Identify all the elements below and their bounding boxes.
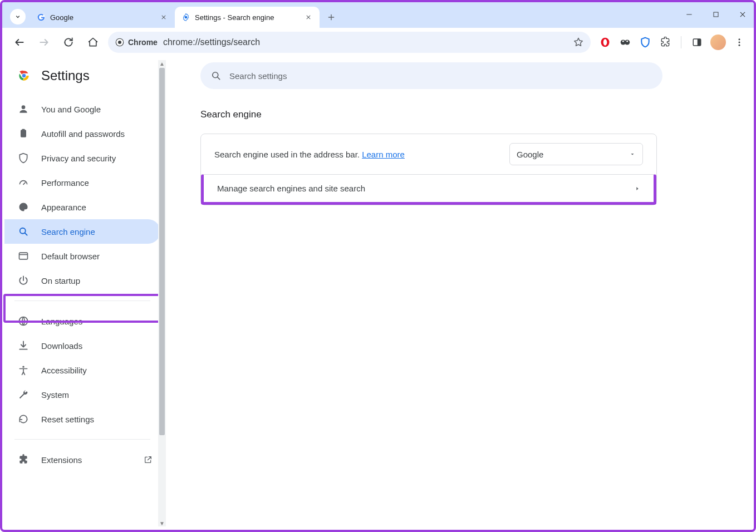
gear-favicon-icon <box>181 13 190 22</box>
chrome-logo-icon <box>17 68 31 83</box>
side-panel-button[interactable] <box>690 36 704 49</box>
extensions-button[interactable] <box>659 36 672 49</box>
site-chip-label: Chrome <box>128 38 158 47</box>
sidebar-divider <box>14 301 150 301</box>
sidebar-item-label: Extensions <box>41 455 82 465</box>
new-tab-button[interactable] <box>323 9 340 26</box>
window-maximize-button[interactable] <box>708 7 724 22</box>
search-settings-field[interactable] <box>200 62 662 89</box>
svg-rect-12 <box>698 39 701 46</box>
chrome-menu-button[interactable] <box>733 36 746 49</box>
close-icon <box>306 14 311 20</box>
section-title: Search engine <box>200 109 743 120</box>
sidebar-item-label: Accessibility <box>41 366 87 375</box>
sidebar-item-label: System <box>41 390 69 400</box>
extension-opera-icon[interactable] <box>598 36 612 49</box>
address-bar[interactable]: Chrome chrome://settings/search <box>108 32 591 53</box>
scroll-down-icon: ▼ <box>158 520 166 526</box>
svg-point-4 <box>118 41 121 44</box>
plus-icon <box>327 13 335 21</box>
sidebar-item-autofill[interactable]: Autofill and passwords <box>4 121 160 146</box>
svg-point-14 <box>739 41 740 43</box>
extension-eyes-icon[interactable] <box>618 36 632 49</box>
wrench-icon <box>18 389 29 400</box>
sidebar-item-label: Languages <box>41 317 82 326</box>
sidebar-item-on-startup[interactable]: On startup <box>4 268 160 293</box>
external-link-icon <box>144 455 153 464</box>
svg-rect-21 <box>22 129 25 131</box>
home-button[interactable] <box>84 33 102 52</box>
minimize-icon <box>685 11 693 18</box>
sidebar-item-accessibility[interactable]: Accessibility <box>4 358 160 382</box>
sidebar-item-you-and-google[interactable]: You and Google <box>4 97 160 121</box>
sidebar-item-label: Search engine <box>41 227 95 237</box>
forward-button[interactable] <box>35 33 53 52</box>
search-engine-label: Search engine used in the address bar. L… <box>214 150 405 159</box>
manage-search-engines-row[interactable]: Manage search engines and site search <box>204 175 654 202</box>
manage-search-label: Manage search engines and site search <box>217 184 365 193</box>
settings-main: Search engine Search engine used in the … <box>167 57 754 530</box>
tab-search-button[interactable] <box>10 9 26 24</box>
sidebar-item-appearance[interactable]: Appearance <box>4 195 160 219</box>
site-chip[interactable]: Chrome <box>115 37 158 47</box>
download-icon <box>18 340 29 351</box>
sidebar-item-label: You and Google <box>41 105 101 114</box>
chevron-down-icon <box>14 13 21 20</box>
svg-point-9 <box>622 40 624 42</box>
sidebar-item-extensions[interactable]: Extensions <box>4 447 160 472</box>
sidebar-item-label: Reset settings <box>41 415 94 424</box>
sidebar-scrollbar[interactable]: ▲ ▼ <box>158 60 166 526</box>
sidebar-header: Settings <box>2 57 167 97</box>
bookmark-button[interactable] <box>573 37 584 48</box>
sidebar-item-label: Autofill and passwords <box>41 129 125 139</box>
sidebar-item-search-engine[interactable]: Search engine <box>4 219 160 244</box>
extension-shield-icon[interactable] <box>639 36 652 49</box>
scroll-up-icon: ▲ <box>158 60 166 67</box>
search-icon <box>18 226 29 237</box>
sidebar-item-default-browser[interactable]: Default browser <box>4 244 160 268</box>
sidebar-item-label: Downloads <box>41 341 82 351</box>
search-engine-row: Search engine used in the address bar. L… <box>201 134 656 174</box>
sidebar-item-system[interactable]: System <box>4 382 160 407</box>
reload-icon <box>63 37 74 48</box>
palette-icon <box>18 201 29 213</box>
sidebar-item-performance[interactable]: Performance <box>4 170 160 195</box>
window-icon <box>18 250 29 262</box>
chrome-chip-icon <box>115 37 125 47</box>
tab-settings[interactable]: Settings - Search engine <box>175 7 320 28</box>
sidebar-item-languages[interactable]: Languages <box>4 309 160 333</box>
dots-vertical-icon <box>734 37 744 47</box>
maximize-icon <box>713 11 719 18</box>
tab-strip: Google Settings - Search engine <box>2 2 754 28</box>
side-panel-icon <box>692 37 702 47</box>
search-engine-select[interactable]: Google <box>509 143 643 165</box>
reload-button[interactable] <box>59 33 78 52</box>
svg-point-25 <box>22 366 24 368</box>
sidebar-divider <box>14 439 150 440</box>
sidebar-item-label: On startup <box>41 276 80 285</box>
scroll-thumb[interactable] <box>159 68 165 435</box>
globe-icon <box>18 316 29 327</box>
accessibility-icon <box>18 364 29 376</box>
power-icon <box>18 275 29 286</box>
arrow-right-icon <box>38 37 50 48</box>
tab-google[interactable]: Google <box>30 7 175 28</box>
speedometer-icon <box>18 177 29 188</box>
learn-more-link[interactable]: Learn more <box>362 150 405 159</box>
sidebar-item-downloads[interactable]: Downloads <box>4 333 160 358</box>
search-settings-input[interactable] <box>229 71 652 81</box>
close-tab-button[interactable] <box>304 13 313 22</box>
window-close-button[interactable] <box>735 7 750 22</box>
profile-avatar[interactable] <box>710 35 726 50</box>
window-minimize-button[interactable] <box>681 7 697 22</box>
svg-rect-2 <box>714 12 718 17</box>
sidebar-item-privacy[interactable]: Privacy and security <box>4 146 160 170</box>
sidebar-item-label: Default browser <box>41 252 100 261</box>
extension-icons <box>596 35 748 50</box>
close-tab-button[interactable] <box>159 13 168 22</box>
browser-toolbar: Chrome chrome://settings/search <box>2 28 754 57</box>
back-button[interactable] <box>10 33 29 52</box>
sidebar-item-reset[interactable]: Reset settings <box>4 407 160 431</box>
caret-down-icon <box>629 151 636 157</box>
svg-rect-20 <box>21 130 26 137</box>
